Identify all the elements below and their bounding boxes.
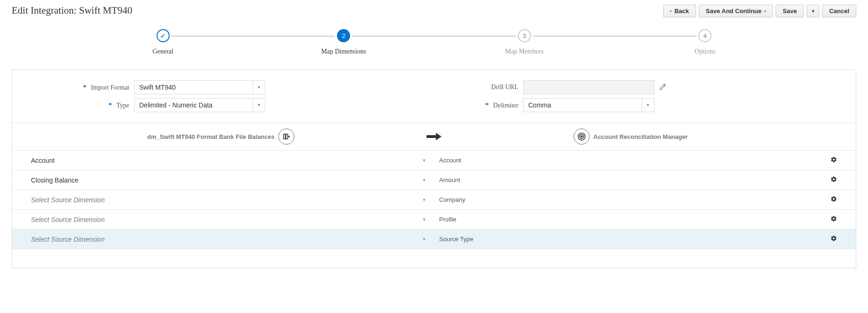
import-format-label-text: Import Format: [91, 84, 129, 91]
target-name: Account Reconciliation Manager: [593, 133, 688, 140]
back-label: Back: [674, 8, 689, 15]
delimiter-select[interactable]: Comma ▼: [523, 98, 654, 112]
import-format-label: * Import Format: [31, 84, 134, 92]
caret-down-icon: ▼: [253, 81, 265, 94]
source-icon: [278, 129, 294, 145]
mapping-source: Select Source Dimension: [31, 236, 415, 243]
import-format-select[interactable]: Swift MT940 ▼: [134, 80, 265, 94]
wizard-step-marker: 2: [337, 29, 350, 42]
mapping-row[interactable]: Select Source Dimension▼Profile: [12, 210, 856, 229]
mapping-row[interactable]: Closing Balance▼Amount: [12, 170, 856, 190]
page-title: Edit Integration: Swift MT940: [12, 5, 132, 16]
delimiter-label-text: Delimiter: [493, 102, 518, 109]
panel: * Import Format Swift MT940 ▼ Drill URL …: [12, 69, 856, 268]
type-label-text: Type: [116, 102, 129, 109]
mapping-target: Company: [434, 196, 823, 203]
mapping-target: Source Type: [434, 236, 823, 243]
mapping-target: Account: [434, 157, 823, 164]
save-continue-label: Save And Continue: [706, 8, 762, 15]
mapping-source: Closing Balance: [31, 176, 415, 184]
drill-url-label-text: Drill URL: [491, 84, 518, 91]
cancel-label: Cancel: [829, 8, 849, 15]
save-label: Save: [783, 8, 797, 15]
chevron-left-icon: ‹: [670, 8, 672, 14]
mapping-row[interactable]: Account▼Account: [12, 151, 856, 170]
back-button[interactable]: ‹ Back: [663, 5, 696, 17]
mapping-source: Account: [31, 157, 415, 164]
arrow-right-icon: [420, 132, 448, 141]
mapping-row[interactable]: Select Source Dimension▼Source Type: [12, 229, 856, 249]
gear-icon[interactable]: [823, 215, 837, 223]
caret-down-icon: ▼: [642, 99, 654, 112]
type-select[interactable]: Delimited - Numeric Data ▼: [134, 98, 265, 112]
mapping-target: Profile: [434, 216, 823, 223]
wizard-step-map-members[interactable]: 3 Map Members: [434, 29, 615, 55]
svg-rect-0: [284, 134, 285, 139]
delimiter-label: * Delimiter: [434, 101, 523, 109]
mapping-source: Select Source Dimension: [31, 216, 415, 223]
wizard-step-marker: ✓: [157, 29, 170, 42]
source-dropdown-caret[interactable]: ▼: [415, 158, 434, 163]
wizard-step-map-dimensions[interactable]: 2 Map Dimensions: [254, 29, 434, 55]
wizard-step-label: Map Members: [505, 48, 544, 55]
mapping-source: Select Source Dimension: [31, 196, 415, 204]
drill-url-input[interactable]: [523, 80, 654, 94]
delimiter-value: Comma: [524, 101, 642, 109]
wizard-step-label: General: [153, 48, 173, 55]
wizard-step-marker: 3: [518, 29, 531, 42]
wizard: ✓ General 2 Map Dimensions 3 Map Members…: [73, 29, 795, 55]
source-name: dm_Swift MT940 Format Bank File Balances: [147, 133, 275, 140]
mapping-row[interactable]: Select Source Dimension▼Company: [12, 190, 856, 210]
mapping-target: Amount: [434, 176, 823, 183]
caret-down-icon: ▼: [253, 99, 265, 112]
wizard-step-marker: 4: [698, 29, 711, 42]
toolbar: ‹ Back Save And Continue › Save ▼ Cancel: [663, 5, 856, 17]
type-label: * Type: [31, 101, 134, 109]
drill-url-label: Drill URL: [434, 84, 523, 91]
source-dropdown-caret[interactable]: ▼: [415, 217, 434, 222]
save-button[interactable]: Save: [776, 5, 804, 17]
required-icon: *: [108, 101, 112, 109]
source-dropdown-caret[interactable]: ▼: [415, 237, 434, 242]
save-continue-button[interactable]: Save And Continue ›: [699, 5, 773, 17]
wizard-step-general[interactable]: ✓ General: [73, 29, 254, 55]
caret-down-icon: ▼: [811, 9, 815, 14]
required-icon: *: [485, 101, 489, 109]
gear-icon[interactable]: [823, 235, 837, 243]
source-dropdown-caret[interactable]: ▼: [415, 198, 434, 202]
cancel-button[interactable]: Cancel: [822, 5, 856, 17]
gear-icon[interactable]: [823, 176, 837, 184]
pencil-icon[interactable]: [659, 83, 666, 92]
svg-point-4: [581, 136, 583, 137]
type-value: Delimited - Numeric Data: [135, 101, 253, 109]
gear-icon[interactable]: [823, 156, 837, 164]
svg-rect-1: [286, 134, 288, 139]
save-menu-button[interactable]: ▼: [807, 5, 819, 17]
flow-row: dm_Swift MT940 Format Bank File Balances…: [12, 122, 856, 151]
import-format-value: Swift MT940: [135, 84, 253, 91]
source-dropdown-caret[interactable]: ▼: [415, 178, 434, 183]
required-icon: *: [83, 84, 87, 91]
gear-icon[interactable]: [823, 196, 837, 204]
wizard-step-options[interactable]: 4 Options: [615, 29, 796, 55]
wizard-step-label: Options: [695, 48, 715, 55]
wizard-step-label: Map Dimensions: [321, 48, 366, 55]
chevron-right-icon: ›: [764, 8, 766, 14]
target-icon: [574, 129, 590, 145]
